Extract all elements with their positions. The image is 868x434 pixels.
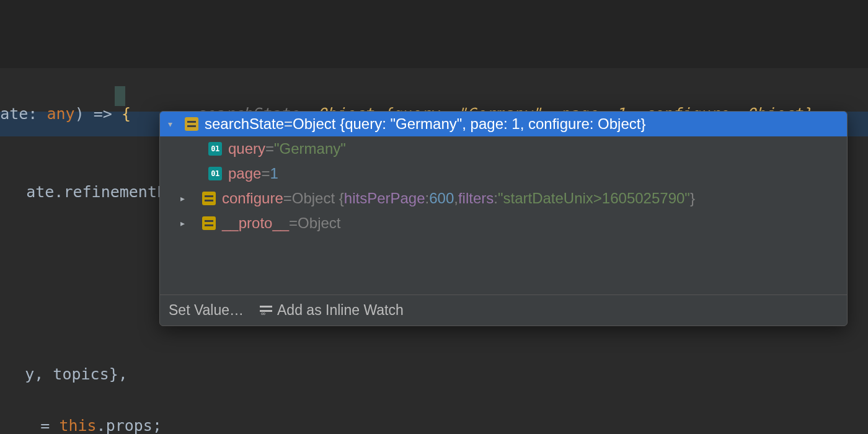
object-icon	[202, 216, 216, 230]
object-key: filters	[458, 190, 494, 207]
tree-row-configure[interactable]: ▸ configure = Object { hitsPerPage : 600…	[160, 186, 847, 211]
tree-row-query[interactable]: ▸ 01 query = "Germany"	[160, 136, 847, 161]
equals-sign: =	[284, 115, 293, 133]
code-token: refinementLi	[63, 183, 175, 201]
code-token: any	[46, 105, 74, 123]
variable-name: query	[228, 140, 265, 157]
equals-sign: =	[289, 215, 298, 232]
code-token: =	[31, 417, 59, 434]
add-inline-watch-button[interactable]: ∞ Add as Inline Watch	[260, 302, 404, 319]
object-value: "startDateUnix>1605025790"	[498, 190, 690, 207]
button-label: Add as Inline Watch	[277, 302, 404, 319]
code-token: y, topics},	[25, 365, 128, 383]
chevron-down-icon[interactable]: ▾	[164, 119, 176, 129]
brace-close: }	[690, 190, 695, 207]
code-token: {	[122, 105, 131, 123]
tree-row-searchstate[interactable]: ▾ searchState = Object {query: "Germany"…	[160, 112, 847, 136]
code-line: = this.props;	[0, 399, 162, 434]
object-icon	[185, 117, 198, 131]
equals-sign: =	[265, 140, 274, 157]
code-token: =>	[94, 105, 122, 123]
watch-icon: ∞	[260, 304, 272, 317]
code-line: ate.refinementLi	[0, 165, 175, 219]
chevron-right-icon[interactable]: ▸	[176, 193, 188, 203]
tree-row-proto[interactable]: ▸ __proto__ = Object	[160, 211, 847, 236]
separator: :	[494, 190, 498, 207]
variable-name: page	[228, 165, 261, 182]
code-token: .props;	[97, 417, 162, 434]
code-token: )	[75, 105, 94, 123]
variable-tree[interactable]: ▾ searchState = Object {query: "Germany"…	[160, 112, 847, 294]
separator: :	[425, 190, 430, 207]
variable-value: 1	[270, 165, 278, 182]
object-value: 600	[429, 190, 454, 207]
variable-summary: Object {query: "Germany", page: 1, confi…	[293, 115, 645, 133]
variable-summary: Object {	[292, 190, 344, 207]
primitive-icon: 01	[208, 142, 222, 156]
code-token: ate.	[26, 183, 63, 201]
object-icon	[202, 192, 216, 205]
equals-sign: =	[261, 165, 270, 182]
variable-name: configure	[222, 190, 283, 207]
code-line-signature: ate: any) => {	[0, 87, 131, 141]
variable-name: searchState	[205, 115, 284, 133]
code-line: y, topics},	[0, 347, 128, 401]
variable-value: Object	[298, 215, 340, 232]
debugger-value-tooltip[interactable]: ▾ searchState = Object {query: "Germany"…	[159, 111, 848, 326]
tooltip-footer: Set Value… ∞ Add as Inline Watch	[160, 294, 847, 326]
chevron-right-icon[interactable]: ▸	[176, 218, 188, 228]
variable-value: "Germany"	[274, 140, 346, 157]
editor-top-strip	[0, 0, 868, 68]
variable-name: __proto__	[222, 215, 289, 232]
code-token: ate:	[0, 105, 46, 123]
equals-sign: =	[283, 190, 292, 207]
button-label: Set Value…	[169, 302, 244, 319]
set-value-button[interactable]: Set Value…	[169, 302, 244, 319]
code-token: this	[59, 417, 96, 434]
object-key: hitsPerPage	[344, 190, 425, 207]
tree-row-page[interactable]: ▸ 01 page = 1	[160, 161, 847, 186]
primitive-icon: 01	[208, 167, 222, 180]
separator: ,	[454, 190, 458, 207]
